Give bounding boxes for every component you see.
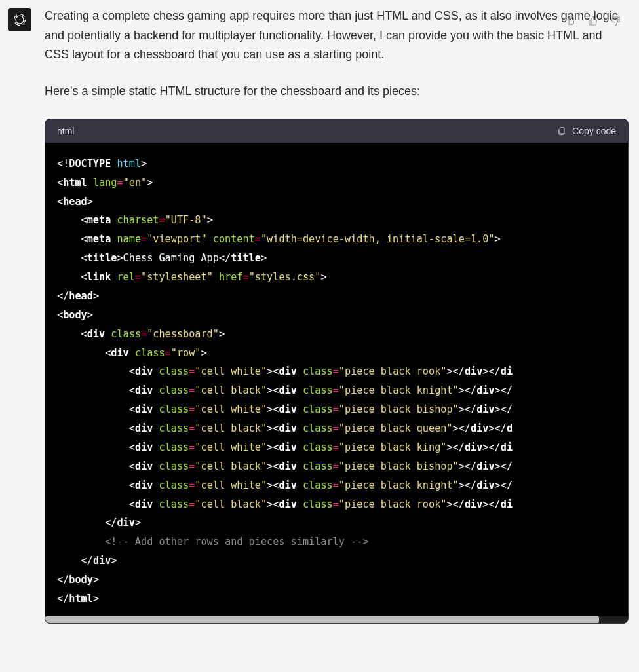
copy-code-button[interactable]: Copy code <box>556 126 616 136</box>
message-paragraph: Creating a complete chess gaming app req… <box>45 7 629 65</box>
thumbs-up-icon[interactable] <box>587 14 600 28</box>
openai-logo-icon <box>12 12 28 28</box>
message-paragraph: Here's a simple static HTML structure fo… <box>45 82 629 102</box>
copy-code-label: Copy code <box>572 126 616 136</box>
assistant-message: Creating a complete chess gaming app req… <box>8 7 631 624</box>
code-content: <!DOCTYPE html> <html lang="en"> <head> … <box>45 155 628 608</box>
horizontal-scrollbar[interactable] <box>45 616 628 623</box>
code-block: html Copy code <!DOCTYPE html> <html lan… <box>45 119 629 624</box>
svg-rect-0 <box>569 17 574 24</box>
clipboard-icon <box>556 126 567 136</box>
svg-rect-2 <box>560 127 564 133</box>
scrollbar-thumb[interactable] <box>45 616 599 623</box>
svg-point-1 <box>16 16 24 24</box>
code-body[interactable]: <!DOCTYPE html> <html lang="en"> <head> … <box>45 143 628 616</box>
code-header: html Copy code <box>45 119 628 143</box>
message-content: Creating a complete chess gaming app req… <box>45 7 631 624</box>
assistant-avatar <box>8 8 31 31</box>
thumbs-down-icon[interactable] <box>609 14 622 28</box>
clipboard-icon[interactable] <box>564 14 577 28</box>
code-language-label: html <box>57 126 74 136</box>
message-actions <box>564 14 622 28</box>
